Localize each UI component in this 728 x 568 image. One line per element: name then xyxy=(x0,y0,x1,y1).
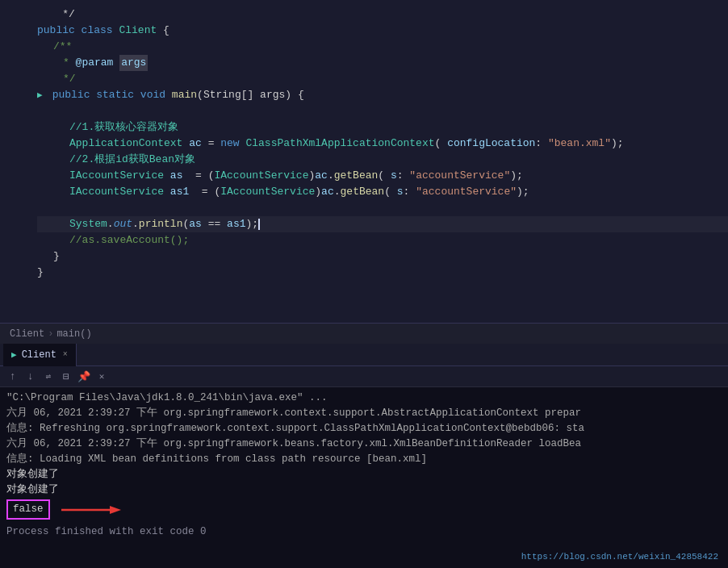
code-line: /** xyxy=(37,39,728,55)
terminal-result-line: false xyxy=(6,499,722,520)
code-line: */ xyxy=(37,6,728,23)
code-line: } xyxy=(37,248,728,265)
terminal-panel: ▶ Client × ↑ ↓ ⇌ ⊟ 📌 ✕ "C:\Program Files… xyxy=(0,344,728,568)
blog-url: https://blog.csdn.net/weixin_42858422 xyxy=(521,552,718,562)
close-tab-icon[interactable]: × xyxy=(63,350,68,359)
terminal-tab-client[interactable]: ▶ Client × xyxy=(3,344,77,366)
code-content: */ public class Client { /** * @param ar… xyxy=(31,6,728,316)
code-line: IAccountService as = (IAccountService)ac… xyxy=(37,168,728,184)
code-line: * @param args xyxy=(37,55,728,71)
code-editor[interactable]: */ public class Client { /** * @param ar… xyxy=(0,0,728,323)
code-line xyxy=(37,103,728,119)
process-status-text: Process finished with exit code 0 xyxy=(6,524,207,540)
breadcrumb: Client › main() xyxy=(0,323,728,344)
code-line: public class Client { xyxy=(37,23,728,39)
terminal-text: 对象创建了 xyxy=(6,482,59,498)
scroll-down-button[interactable]: ↓ xyxy=(23,369,39,385)
breakpoint-arrow: ▶ xyxy=(37,87,43,103)
breadcrumb-separator: › xyxy=(48,328,53,340)
svg-marker-1 xyxy=(110,506,121,514)
terminal-text: 信息: Loading XML bean definitions from cl… xyxy=(6,452,427,467)
code-line xyxy=(37,200,728,216)
terminal-line: 六月 06, 2021 2:39:27 下午 org.springframewo… xyxy=(6,436,722,452)
terminal-text: 信息: Refreshing org.springframework.conte… xyxy=(6,421,584,436)
terminal-tab-label: Client xyxy=(22,349,56,361)
code-line: IAccountService as1 = (IAccountService)a… xyxy=(37,184,728,200)
terminal-tabs-bar: ▶ Client × xyxy=(0,344,728,366)
scroll-up-button[interactable]: ↑ xyxy=(5,369,21,385)
red-arrow-indicator xyxy=(60,503,124,517)
terminal-text: 六月 06, 2021 2:39:27 下午 org.springframewo… xyxy=(6,406,581,421)
terminal-text: 对象创建了 xyxy=(6,467,59,482)
terminal-output: "C:\Program Files\Java\jdk1.8.0_241\bin\… xyxy=(0,387,728,568)
terminal-line: "C:\Program Files\Java\jdk1.8.0_241\bin\… xyxy=(6,390,722,406)
breadcrumb-item: main() xyxy=(56,328,91,340)
false-output-box: false xyxy=(6,499,50,520)
terminal-run-icon: ▶ xyxy=(11,349,17,360)
terminal-line: 六月 06, 2021 2:39:27 下午 org.springframewo… xyxy=(6,406,722,421)
code-line: } xyxy=(37,265,728,281)
code-line: */ xyxy=(37,71,728,87)
line-numbers xyxy=(0,6,31,316)
code-line: //1.获取核心容器对象 xyxy=(37,119,728,136)
terminal-toolbar: ↑ ↓ ⇌ ⊟ 📌 ✕ xyxy=(0,366,728,387)
terminal-line: 信息: Refreshing org.springframework.conte… xyxy=(6,421,722,436)
close-terminal-button[interactable]: ✕ xyxy=(94,369,110,385)
terminal-line: 对象创建了 xyxy=(6,482,722,498)
terminal-text: "C:\Program Files\Java\jdk1.8.0_241\bin\… xyxy=(6,390,328,406)
cursor-code-line: System.out.println(as == as1); xyxy=(37,216,728,232)
process-finished-line: Process finished with exit code 0 xyxy=(6,524,722,540)
code-line: //as.saveAccount(); xyxy=(37,232,728,248)
pin-button[interactable]: 📌 xyxy=(76,369,92,385)
terminal-text: 六月 06, 2021 2:39:27 下午 org.springframewo… xyxy=(6,436,581,452)
collapse-button[interactable]: ⊟ xyxy=(58,369,74,385)
breadcrumb-item: Client xyxy=(10,328,44,340)
arrow-icon xyxy=(60,503,124,517)
cursor xyxy=(258,219,260,230)
method-declaration-line: ▶ public static void main(String[] args)… xyxy=(37,87,728,103)
terminal-line: 信息: Loading XML bean definitions from cl… xyxy=(6,452,722,467)
terminal-line: 对象创建了 xyxy=(6,467,722,482)
code-line: //2.根据id获取Bean对象 xyxy=(37,152,728,168)
code-line: ApplicationContext ac = new ClassPathXml… xyxy=(37,136,728,152)
wrap-lines-button[interactable]: ⇌ xyxy=(40,369,56,385)
